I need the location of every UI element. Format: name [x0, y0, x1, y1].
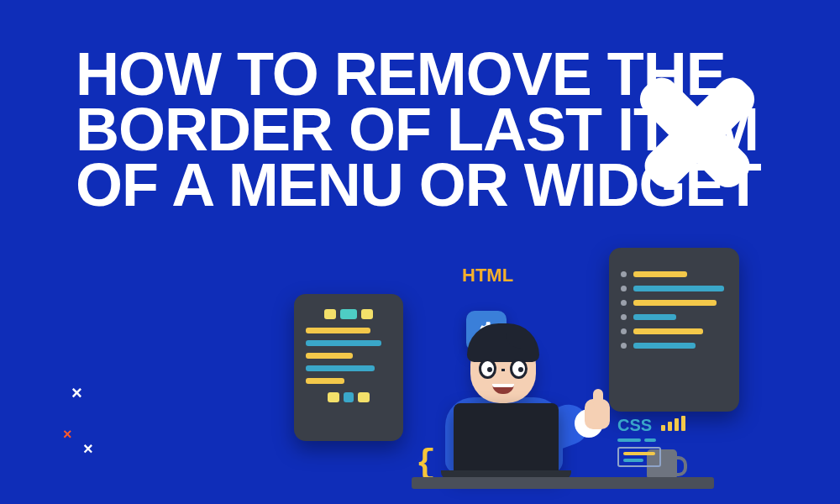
css-label-group: CSS [617, 416, 685, 470]
html-label: HTML [462, 265, 513, 286]
decor-x-icon: × [71, 382, 82, 404]
code-panel-left [294, 294, 403, 441]
decor-x-icon: × [83, 439, 93, 459]
swatch-icon [617, 447, 661, 467]
bar-chart-icon [661, 416, 685, 431]
desk [412, 477, 714, 489]
developer-avatar [470, 332, 536, 403]
close-icon [613, 46, 781, 214]
code-panel-right [609, 248, 739, 412]
decor-x-icon: × [63, 426, 72, 444]
css-label: CSS [617, 416, 652, 435]
developer-illustration: HTML { } CSS [286, 252, 756, 504]
laptop-icon [454, 403, 559, 475]
